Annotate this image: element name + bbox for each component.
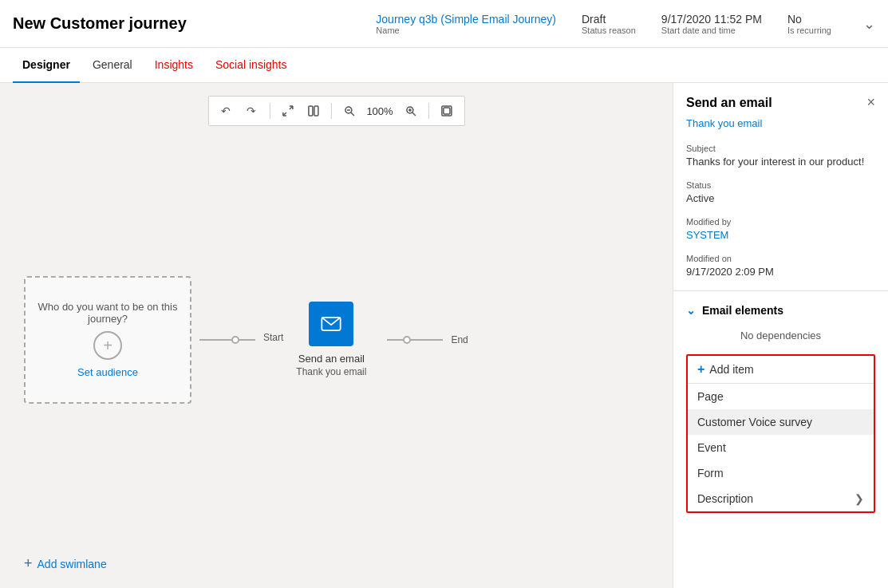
dropdown-item-description-label: Description	[697, 492, 753, 505]
tab-insights[interactable]: Insights	[145, 48, 203, 83]
toolbar-separator-1	[269, 103, 270, 119]
audience-box[interactable]: Who do you want to be on this journey? +…	[24, 276, 191, 404]
start-node: Start	[263, 332, 283, 348]
panel-modified-by-field: Modified by SYSTEM	[673, 211, 888, 247]
connector-dot-2	[403, 336, 411, 344]
zoom-in-button[interactable]	[400, 100, 422, 122]
date-value: 9/17/2020 11:52 PM	[661, 13, 762, 26]
chevron-down-icon[interactable]: ⌄	[863, 15, 875, 33]
panel-header: Send an email ×	[673, 83, 888, 117]
add-swimlane-button[interactable]: + Add swimlane	[24, 555, 107, 572]
header-status: Draft Status reason	[582, 13, 636, 35]
canvas-toolbar: ↶ ↷	[207, 96, 464, 126]
undo-button[interactable]: ↶	[215, 100, 237, 122]
tab-social-insights[interactable]: Social insights	[206, 48, 297, 83]
email-node[interactable]: Send an email Thank you email	[296, 302, 366, 377]
date-label: Start date and time	[661, 26, 762, 35]
panel-modified-on-field: Modified on 9/17/2020 2:09 PM	[673, 247, 888, 284]
header: New Customer journey Journey q3b (Simple…	[0, 0, 888, 48]
dropdown-item-customer-voice-survey[interactable]: Customer Voice survey	[688, 409, 874, 435]
panel-modified-by-label: Modified by	[686, 217, 875, 227]
add-swimlane-label: Add swimlane	[37, 558, 107, 570]
right-panel: Send an email × Thank you email Subject …	[673, 83, 888, 588]
status-label: Status reason	[582, 26, 636, 35]
email-elements-label: Email elements	[702, 304, 783, 317]
dropdown-item-form-label: Form	[697, 467, 724, 479]
email-node-group: Send an email Thank you email	[296, 302, 366, 377]
add-item-button[interactable]: + Add item	[688, 356, 874, 384]
recurring-label: Is recurring	[787, 26, 831, 35]
panel-subject-value: Thanks for your interest in our product!	[686, 156, 875, 168]
svg-rect-7	[314, 106, 318, 116]
dropdown-item-event[interactable]: Event	[688, 435, 874, 460]
split-button[interactable]	[302, 100, 324, 122]
canvas: ↶ ↷	[0, 83, 673, 588]
journey-name-value: Journey q3b (Simple Email Journey)	[376, 13, 556, 26]
tab-designer[interactable]: Designer	[13, 48, 80, 83]
add-item-label: Add item	[709, 363, 753, 376]
tab-bar: Designer General Insights Social insight…	[0, 48, 888, 83]
panel-subject-label: Subject	[686, 144, 875, 153]
connector-line-1	[199, 339, 231, 341]
connector-line-3	[387, 339, 403, 341]
add-swimlane-plus-icon: +	[24, 555, 33, 572]
connector-2	[387, 336, 443, 344]
add-item-dropdown: + Add item Page Customer Voice survey Ev…	[686, 354, 875, 513]
page-title: New Customer journey	[13, 14, 187, 33]
connector-dot-1	[231, 336, 239, 344]
panel-modified-by-value[interactable]: SYSTEM	[686, 229, 875, 241]
chevron-right-icon: ❯	[854, 492, 864, 505]
journey-name-label: Name	[376, 26, 556, 35]
connector-1	[199, 336, 255, 344]
email-node-label: Send an email	[298, 353, 365, 365]
panel-modified-on-label: Modified on	[686, 254, 875, 263]
add-audience-button[interactable]: +	[93, 331, 122, 360]
recurring-value: No	[787, 13, 831, 26]
expand-button[interactable]	[276, 100, 298, 122]
toolbar-separator-2	[330, 103, 331, 119]
dropdown-item-page[interactable]: Page	[688, 384, 874, 409]
redo-button[interactable]: ↷	[240, 100, 262, 122]
end-node: End	[451, 334, 468, 345]
set-audience-link[interactable]: Set audience	[77, 366, 138, 378]
panel-status-field: Status Active	[673, 174, 888, 211]
panel-email-link[interactable]: Thank you email	[673, 117, 888, 137]
header-date: 9/17/2020 11:52 PM Start date and time	[661, 13, 762, 35]
header-recurring: No Is recurring	[787, 13, 831, 35]
add-item-plus-icon: +	[697, 362, 704, 377]
no-dependencies-text: No dependencies	[673, 323, 888, 348]
svg-line-12	[412, 112, 416, 116]
panel-divider	[673, 290, 888, 291]
end-label: End	[451, 334, 468, 345]
panel-status-label: Status	[686, 180, 875, 190]
panel-subject-field: Subject Thanks for your interest in our …	[673, 137, 888, 174]
connector-line-2	[239, 339, 255, 341]
connector-line-4	[411, 339, 443, 341]
dropdown-item-description[interactable]: Description ❯	[688, 486, 874, 511]
header-meta: Journey q3b (Simple Email Journey) Name …	[376, 13, 875, 35]
tab-general[interactable]: General	[83, 48, 142, 83]
svg-rect-6	[308, 106, 312, 116]
status-value: Draft	[582, 13, 636, 26]
panel-status-value: Active	[686, 192, 875, 204]
panel-title: Send an email	[686, 96, 772, 110]
journey-flow: Who do you want to be on this journey? +…	[24, 139, 649, 540]
panel-modified-on-value: 9/17/2020 2:09 PM	[686, 266, 875, 278]
email-node-sublabel: Thank you email	[296, 366, 366, 377]
email-elements-section[interactable]: ⌄ Email elements	[673, 298, 888, 323]
header-name: Journey q3b (Simple Email Journey) Name	[376, 13, 556, 35]
svg-rect-16	[444, 108, 450, 114]
zoom-value: 100%	[363, 105, 396, 117]
email-icon-box[interactable]	[309, 302, 353, 346]
zoom-out-button[interactable]	[337, 100, 360, 122]
toolbar-separator-3	[428, 103, 429, 119]
svg-line-9	[350, 112, 353, 116]
main-content: ↶ ↷	[0, 83, 888, 588]
close-icon[interactable]: ×	[866, 94, 875, 111]
audience-text: Who do you want to be on this journey?	[26, 301, 190, 325]
chevron-down-icon: ⌄	[686, 304, 696, 317]
start-label: Start	[263, 332, 283, 343]
dropdown-item-form[interactable]: Form	[688, 460, 874, 486]
fit-button[interactable]	[436, 100, 458, 122]
